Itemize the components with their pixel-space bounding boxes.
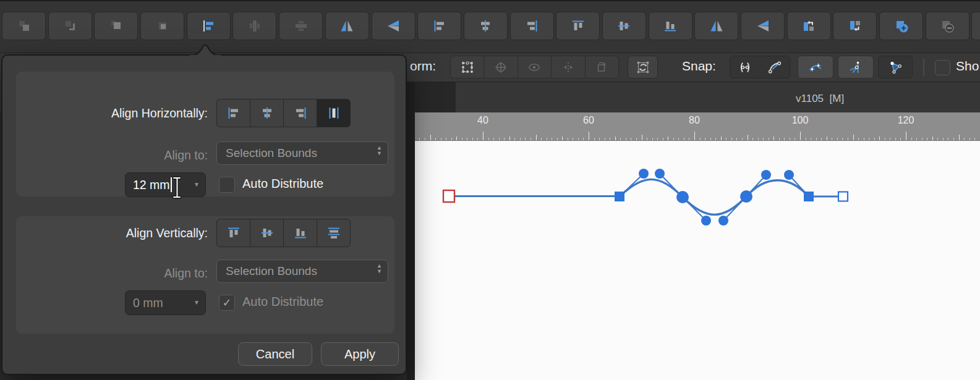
arrange-to-back-button[interactable] [140,12,184,40]
transform-bounds-button[interactable] [450,56,484,78]
rotate-clockwise-button[interactable] [833,12,877,40]
end-node[interactable] [838,192,848,201]
align-top-button[interactable] [556,12,600,40]
ruler-tick [504,138,505,140]
ruler-label: 100 [786,115,814,126]
transform-label: orm: [410,59,436,74]
cycle-selection-box-button[interactable] [628,56,658,78]
align-horizontally-section: Align Horizontally: Align to: Selection … [16,72,394,196]
ruler-tick [605,138,605,140]
control-handle[interactable] [718,216,728,226]
flip-horizontal-button[interactable] [325,12,369,40]
align-to-label-h: Align to: [16,148,208,163]
align-middle-button[interactable] [602,12,646,40]
cancel-button[interactable]: Cancel [238,342,312,366]
ruler-tick [583,138,584,140]
ruler-tick [620,138,621,140]
ruler-tick [467,138,467,140]
align-right-button[interactable] [510,12,554,40]
flip-horizontal-alt-button[interactable] [694,12,738,40]
align-c-icon [260,106,275,120]
align-v-bottom-button[interactable] [283,219,317,247]
horizontal-ruler[interactable]: 406080100120 [415,112,980,141]
h-auto-distribute-checkbox[interactable] [219,177,235,193]
ruler-tick [922,138,922,140]
v-spacing-field[interactable]: 0 mm ▼ [125,290,206,315]
ruler-tick [959,135,960,140]
flip-vertical-alt-button[interactable] [741,12,785,40]
s-cross-icon [808,60,823,75]
space-vertically-button[interactable] [317,219,351,247]
ruler-tick [483,132,484,140]
ruler-label: 80 [681,115,708,126]
rotate-counterclockwise-button[interactable] [787,12,831,40]
show-checkbox[interactable] [935,60,950,75]
transform-rotation-button[interactable] [585,56,619,78]
snap-to-shapes-button[interactable] [878,56,913,78]
vector-curve[interactable] [415,141,980,380]
ruler-tick [520,138,521,140]
smooth-node[interactable] [676,191,689,203]
ruler-tick [726,138,726,140]
arrange-move-forward-button[interactable] [48,12,92,40]
curve-path[interactable] [620,179,809,214]
snap-to-construction-button[interactable] [838,56,874,78]
dropdown-arrow-icon[interactable]: ▼ [194,299,200,306]
align-v-top-button[interactable] [216,219,250,247]
align-bottom-button[interactable] [649,12,692,40]
snap-to-curve-ends-button[interactable] [730,56,760,78]
snap-to-curves-button[interactable] [760,56,790,78]
ruler-tick [879,137,880,141]
ruler-tick [948,138,948,140]
transform-visibility-button[interactable] [518,56,552,78]
boolean-partial-button[interactable] [971,12,980,40]
v-auto-distribute-checkbox[interactable]: ✓ [219,295,235,311]
boolean-add-button[interactable] [879,12,923,40]
distribute-vertical-button[interactable] [279,12,323,40]
control-handle[interactable] [701,216,711,226]
apply-button[interactable]: Apply [321,342,399,366]
align-center-button[interactable] [464,12,508,40]
align-h-center-button[interactable] [250,99,284,127]
sharp-node[interactable] [615,192,624,201]
ruler-tick [684,138,684,140]
snap-to-geometry-button[interactable] [798,56,833,78]
control-handle[interactable] [639,169,649,179]
space-horizontally-button[interactable] [317,99,351,127]
align-v-middle-button[interactable] [250,219,284,247]
ruler-tick [911,138,912,140]
boolean-subtract-button[interactable] [926,12,969,40]
ruler-tick [547,138,547,140]
smooth-node[interactable] [740,190,752,203]
align-to-dropdown-h[interactable]: Selection Bounds ▲▼ [216,141,388,165]
distribute-horizontal-button[interactable] [232,12,276,40]
alignment-options-button[interactable] [187,12,231,40]
align-horizontally-label: Align Horizontally: [16,106,208,120]
arrange-move-back-button[interactable] [2,12,46,40]
document-tab[interactable]: v1105 [M] [796,93,844,105]
arrange-to-front-button[interactable] [94,12,138,40]
control-handle[interactable] [761,170,771,180]
align-l-icon [432,19,447,33]
align-h-right-button[interactable] [283,99,317,127]
h-spacing-field[interactable]: 12 mm ▼ [125,172,206,197]
align-h-left-button[interactable] [216,99,250,127]
ruler-tick [599,138,600,140]
align-left-button[interactable] [417,12,461,40]
transform-origin-button[interactable] [484,56,518,78]
flip-vertical-button[interactable] [372,12,415,40]
t-origin-icon [493,60,508,75]
control-handle[interactable] [655,169,665,179]
ruler-tick [800,132,801,140]
arrange-front-icon [109,19,124,33]
ruler-tick [568,138,568,140]
sharp-node[interactable] [804,192,814,201]
t-mirror-icon [561,60,576,75]
align-to-dropdown-v[interactable]: Selection Bounds ▲▼ [216,260,388,283]
transform-mirror-button[interactable] [551,56,585,78]
ruler-tick [969,138,970,140]
control-handle[interactable] [784,170,794,180]
dropdown-arrow-icon[interactable]: ▼ [194,181,200,188]
start-node[interactable] [443,190,454,202]
t-sel-icon [460,60,475,75]
